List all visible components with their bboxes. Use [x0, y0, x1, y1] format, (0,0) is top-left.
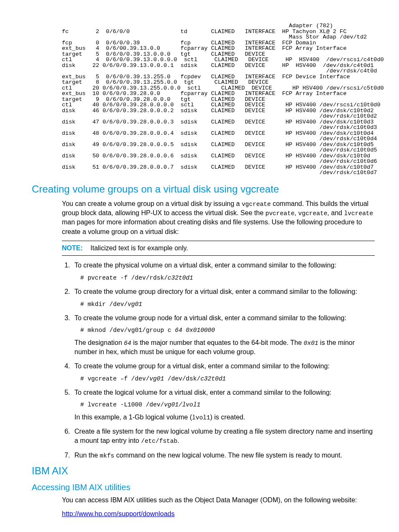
step-1: To create the physical volume on a virtu…	[72, 261, 375, 282]
note-text: Italicized text is for example only.	[90, 244, 188, 252]
intro-paragraph: You can create a volume group on a virtu…	[62, 199, 375, 237]
step-5: To create the logical volume for a virtu…	[72, 388, 375, 422]
ibm-intro: You can access IBM AIX utilities such as…	[62, 496, 375, 505]
step-2: To create the volume group directory for…	[72, 287, 375, 308]
heading-access-utilities: Accessing IBM AIX utilities	[32, 483, 375, 492]
steps-list: To create the physical volume on a virtu…	[62, 261, 375, 460]
note-box: NOTE: Italicized text is for example onl…	[62, 241, 375, 256]
heading-ibm-aix: IBM AIX	[32, 465, 375, 477]
note-label: NOTE:	[62, 244, 89, 252]
terminal-output: Adapter (782) fc 2 0/6/0/0 td CLAIMED IN…	[62, 23, 375, 176]
step-4: To create the volume group for a virtual…	[72, 362, 375, 383]
step-3: To create the volume group node for a vi…	[72, 314, 375, 357]
downloads-link[interactable]: http://www.hp.com/support/downloads	[62, 510, 174, 517]
heading-vgcreate: Creating volume groups on a virtual disk…	[32, 183, 375, 195]
step-6: Create a file system for the new logical…	[72, 427, 375, 446]
step-7: Run the mkfs command on the new logical …	[72, 451, 375, 460]
